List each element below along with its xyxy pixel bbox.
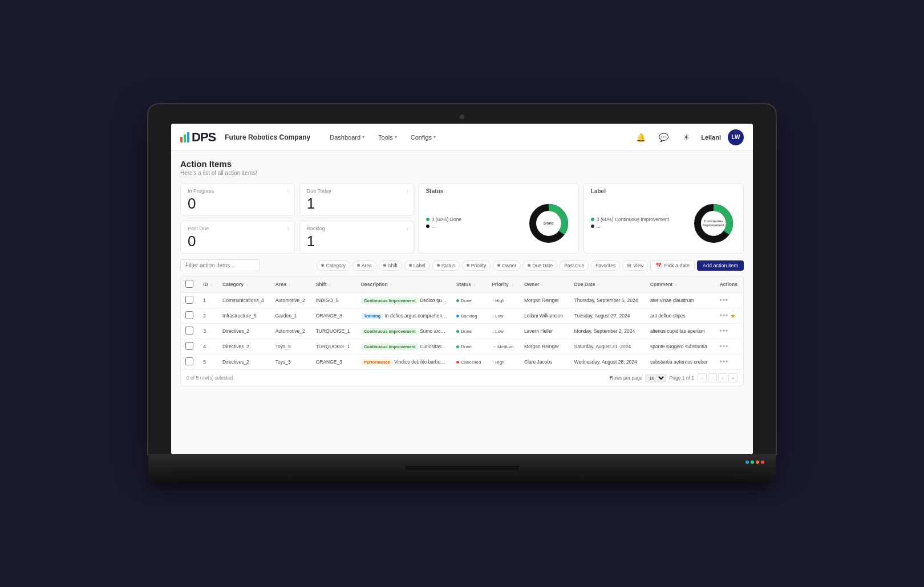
priority-arrow-icon: ↑	[492, 360, 494, 365]
legend-label-other2: ...	[597, 223, 601, 229]
add-action-item-button[interactable]: Add action item	[697, 260, 744, 271]
cell-id: 1	[198, 293, 218, 308]
row-checkbox-1[interactable]	[185, 311, 193, 319]
cell-description: Continuous Improvement Sumo arce cresco …	[356, 324, 452, 339]
actions-menu-button[interactable]: •••	[720, 358, 729, 366]
cell-due-date: Wednesday, August 28, 2024	[570, 354, 646, 370]
filter-past-due-label: Past Due	[564, 263, 584, 268]
status-badge: Cancelled	[456, 360, 481, 365]
nav-right: 🔔 💬 ☀ Leilani LW	[633, 129, 744, 145]
up-icon: ↑	[287, 188, 290, 194]
stat-backlog-value: 1	[307, 234, 407, 248]
theme-icon[interactable]: ☀	[678, 129, 694, 145]
table-row: 5 Directives_2 Toys_3 ORANGE_3 Performan…	[181, 354, 743, 370]
sort-icon: ↕	[390, 283, 392, 287]
nav-dashboard[interactable]: Dashboard ▾	[324, 131, 370, 144]
status-chart-title: Status	[426, 188, 572, 194]
pagination: Rows per page 10 25 50 Page 1 of 1	[610, 373, 737, 382]
prev-page-button[interactable]: ‹	[708, 373, 717, 382]
label-tag: Continuous Improvement	[361, 297, 419, 304]
actions-menu-button[interactable]: •••	[720, 296, 729, 304]
filter-priority[interactable]: Priority	[462, 260, 491, 271]
filter-view-icon: ⊞	[627, 263, 631, 268]
filter-label[interactable]: Label	[404, 260, 430, 271]
filter-input[interactable]	[180, 259, 260, 271]
col-description[interactable]: Description ↕	[356, 276, 452, 293]
col-priority[interactable]: Priority ↕	[487, 276, 520, 293]
notification-bell-icon[interactable]: 🔔	[633, 129, 649, 145]
actions-menu-button[interactable]: •••	[720, 343, 729, 350]
col-due-today-backlog: Due Today 1 ↑ Backlog 1 ↑	[299, 183, 414, 254]
cell-owner: Clare Jacobs	[520, 354, 570, 370]
cell-actions: •••	[715, 354, 743, 370]
col-id[interactable]: ID ↕	[198, 276, 218, 293]
first-page-button[interactable]: «	[698, 373, 707, 382]
cell-shift: TURQUOISE_1	[311, 324, 356, 339]
dot-icon	[437, 264, 440, 267]
page-subtitle: Here's a list of all action items!	[180, 170, 744, 176]
row-checkbox-3[interactable]	[185, 342, 193, 350]
toolbar-left	[180, 259, 260, 271]
screen: DPS Future Robotics Company Dashboard ▾ …	[171, 124, 753, 454]
filter-shift[interactable]: Shift	[379, 260, 402, 271]
sort-icon: ↕	[246, 283, 248, 287]
cell-id: 3	[198, 324, 218, 339]
action-items-table: ID ↕ Category ↕ Area ↕ Shift ↕ Descripti…	[181, 276, 743, 369]
cell-area: Toys_3	[271, 354, 311, 370]
stat-due-today-label: Due Today	[307, 188, 407, 194]
stat-past-due-label: Past Due	[188, 226, 287, 231]
col-status[interactable]: Status ↕	[452, 276, 487, 293]
cell-category: Directives_2	[218, 324, 271, 339]
filter-category[interactable]: Category	[317, 260, 350, 271]
filter-owner[interactable]: Owner	[493, 260, 521, 271]
cell-shift: ORANGE_3	[311, 354, 356, 370]
col-shift[interactable]: Shift ↕	[311, 276, 356, 293]
date-picker-button[interactable]: 📅 Pick a date	[650, 260, 695, 271]
col-comment[interactable]: Comment ↕	[646, 276, 715, 293]
table-container: ID ↕ Category ↕ Area ↕ Shift ↕ Descripti…	[180, 276, 744, 386]
chat-icon[interactable]: 💬	[655, 129, 671, 145]
filter-due-date[interactable]: Due Date	[523, 260, 557, 271]
col-area[interactable]: Area ↕	[271, 276, 311, 293]
filter-past-due[interactable]: Past Due	[560, 260, 589, 271]
priority-badge: → Medium	[492, 344, 513, 349]
favorite-star-icon[interactable]: ★	[730, 312, 736, 319]
actions-menu-button[interactable]: •••	[720, 312, 729, 320]
chevron-down-icon: ▾	[395, 134, 397, 140]
legend-dot-other2	[591, 225, 594, 228]
select-all-checkbox[interactable]	[185, 280, 193, 288]
actions-menu-button[interactable]: •••	[720, 327, 729, 335]
priority-arrow-icon: ↑	[492, 298, 494, 303]
dot-orange	[756, 460, 759, 464]
rows-per-page-select[interactable]: 10 25 50	[645, 374, 666, 382]
col-category[interactable]: Category ↕	[218, 276, 271, 293]
table-footer: 0 of 5 row(s) selected. Rows per page 10…	[181, 369, 743, 386]
cell-due-date: Thursday, September 5, 2024	[570, 293, 646, 308]
avatar[interactable]: LW	[728, 129, 744, 145]
col-due-date[interactable]: Due Date ↕	[570, 276, 646, 293]
logo-bar-blue	[187, 132, 189, 142]
filter-area[interactable]: Area	[352, 260, 376, 271]
priority-badge: ↑ High	[492, 298, 504, 303]
next-page-button[interactable]: ›	[718, 373, 727, 382]
filter-view[interactable]: ⊞ View	[622, 260, 648, 271]
nav-tools[interactable]: Tools ▾	[372, 131, 403, 144]
col-owner[interactable]: Owner ↕	[520, 276, 570, 293]
nav-configs[interactable]: Configs ▾	[405, 131, 441, 144]
filter-label-label: Label	[414, 263, 425, 268]
row-checkbox-2[interactable]	[185, 327, 193, 335]
cell-category: Infrastructure_5	[218, 308, 271, 324]
app: DPS Future Robotics Company Dashboard ▾ …	[171, 124, 753, 454]
cell-priority: ↓ Low	[487, 324, 520, 339]
cell-description: Continuous Improvement Dedico quas titul…	[356, 293, 452, 308]
row-checkbox-0[interactable]	[185, 296, 193, 304]
status-badge: Backlog	[456, 313, 477, 319]
dot-icon	[528, 264, 530, 267]
filter-status[interactable]: Status	[432, 260, 460, 271]
last-page-button[interactable]: »	[728, 373, 737, 382]
sort-icon: ↕	[289, 283, 291, 287]
row-checkbox-4[interactable]	[185, 357, 193, 365]
legend-label-ci: 3 (60%) Continuous Improvement	[597, 217, 669, 222]
filter-favorites[interactable]: Favorites	[591, 260, 620, 271]
laptop-base	[148, 454, 776, 470]
